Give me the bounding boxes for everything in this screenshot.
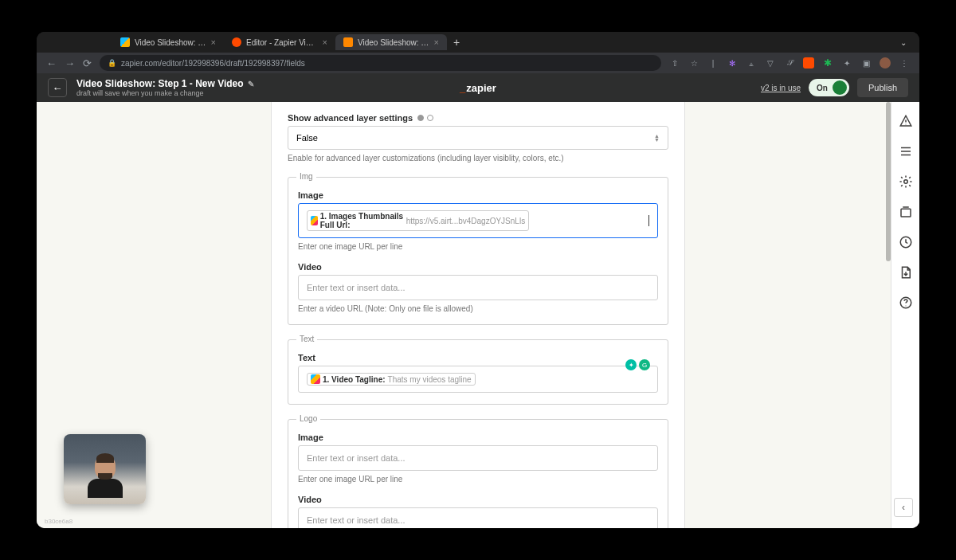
publish-button[interactable]: Publish — [857, 78, 908, 97]
alerts-icon[interactable] — [898, 113, 914, 129]
zapier-logo: zapier — [460, 82, 496, 94]
pill-value: Thats my videos tagline — [388, 375, 472, 384]
new-tab-button[interactable]: + — [447, 36, 466, 49]
text-caret — [648, 215, 649, 226]
app-content: ← Video Slideshow: Step 1 - New Video ✎ … — [37, 73, 919, 528]
build-hash: b30ce6a8 — [45, 518, 72, 525]
image-input[interactable]: 1. Images Thumbnails Full Url: https://v… — [298, 203, 658, 238]
profile-avatar[interactable] — [880, 57, 891, 69]
forward-button[interactable]: → — [65, 57, 75, 69]
pill-value: https://v5.airt...bv4DagzOYJSnLls — [406, 217, 526, 225]
zapier-favicon-icon — [232, 37, 241, 47]
text-fieldset: Text Text 1. Video Tagline: Thats my vid… — [288, 339, 668, 405]
logo-video-field: Video Enter text or insert data... Enter… — [298, 495, 658, 528]
extensions-menu-icon[interactable]: ✦ — [841, 57, 852, 69]
video-help-text: Enter a video URL (Note: Only one file i… — [298, 304, 658, 313]
menu-icon[interactable]: ⋮ — [899, 57, 910, 69]
zap-toggle[interactable]: On — [809, 79, 849, 96]
help-icon[interactable] — [898, 295, 914, 311]
placeholder: Enter text or insert data... — [307, 515, 406, 525]
data-pill[interactable]: 1. Images Thumbnails Full Url: https://v… — [307, 210, 529, 231]
placeholder: Enter text or insert data... — [307, 283, 406, 292]
logo-video-input[interactable]: Enter text or insert data... — [298, 507, 658, 528]
pip-video[interactable] — [64, 434, 146, 504]
right-sidebar — [891, 102, 919, 528]
img-fieldset: Img Image 1. Images Thumbnails Full Url:… — [288, 177, 668, 325]
outline-icon[interactable] — [898, 143, 914, 159]
panel-icon[interactable]: ▣ — [860, 57, 872, 69]
logo-image-field: Image Enter text or insert data... Enter… — [298, 433, 658, 484]
extension-icon[interactable]: ✱ — [822, 57, 833, 69]
logo-video-label: Video — [298, 495, 658, 504]
tab-bar: Video Slideshow: Table 1 - Ai... × Edito… — [37, 32, 919, 53]
collapse-sidebar-button[interactable]: ‹ — [894, 498, 913, 517]
person-silhouette — [88, 455, 123, 498]
suggestion-badge-icon[interactable]: ✦ — [625, 359, 637, 370]
form-panel: Show advanced layer settings False ▲▼ En… — [271, 102, 685, 528]
zap-title[interactable]: Video Slideshow: Step 1 - New Video ✎ — [76, 78, 254, 89]
url-input[interactable]: 🔒 zapier.com/editor/192998396/draft/1929… — [100, 55, 661, 71]
toggle-switch-icon — [833, 80, 847, 95]
grammarly-badge-icon[interactable]: G — [639, 359, 650, 370]
back-button[interactable]: ← — [46, 57, 57, 69]
main-area: Show advanced layer settings False ▲▼ En… — [37, 102, 919, 528]
history-icon[interactable] — [898, 234, 914, 250]
export-icon[interactable] — [898, 264, 914, 280]
extension-icon[interactable] — [803, 57, 814, 69]
image-label: Image — [298, 190, 658, 200]
tab-overflow-icon[interactable]: ⌄ — [895, 38, 911, 47]
share-icon[interactable]: ⇧ — [669, 57, 680, 69]
logo-fieldset: Logo Image Enter text or insert data... … — [288, 419, 668, 528]
video-input[interactable]: Enter text or insert data... — [298, 275, 658, 300]
airtable-icon — [311, 374, 320, 384]
text-field: Text 1. Video Tagline: Thats my videos t… — [298, 353, 658, 393]
browser-tab-step[interactable]: Video Slideshow: Step 1 - Ne... × — [335, 34, 447, 50]
text-input[interactable]: 1. Video Tagline: Thats my videos taglin… — [298, 366, 658, 393]
reload-button[interactable]: ⟳ — [83, 57, 92, 69]
svg-rect-1 — [901, 209, 911, 217]
tab-title: Video Slideshow: Table 1 - Ai... — [135, 38, 206, 47]
browser-tab-airtable[interactable]: Video Slideshow: Table 1 - Ai... × — [112, 34, 224, 50]
extension-icon[interactable]: ▽ — [765, 57, 776, 69]
video-field: Video Enter text or insert data... Enter… — [298, 262, 658, 313]
airtable-favicon-icon — [120, 37, 130, 47]
toggle-label: On — [817, 84, 828, 92]
video-label: Video — [298, 262, 658, 272]
zap-subtitle: draft will save when you make a change — [76, 89, 254, 97]
tab-title: Editor - Zapier Video Slidesh... — [246, 38, 318, 47]
data-pill[interactable]: 1. Video Tagline: Thats my videos taglin… — [307, 373, 476, 386]
logo-image-label: Image — [298, 433, 658, 442]
back-to-zaps-button[interactable]: ← — [48, 78, 67, 97]
advanced-settings-select[interactable]: False ▲▼ — [288, 126, 668, 150]
image-field: Image 1. Images Thumbnails Full Url: htt… — [298, 190, 658, 251]
text-legend: Text — [296, 335, 317, 343]
radio-empty-icon — [427, 115, 433, 121]
text-label: Text — [298, 353, 658, 362]
close-tab-icon[interactable]: × — [323, 37, 327, 47]
extension-icon[interactable]: 𝒮 — [784, 57, 795, 69]
image-help-text: Enter one image URL per line — [298, 242, 658, 251]
svg-point-0 — [903, 180, 907, 184]
advanced-settings-field: Show advanced layer settings False ▲▼ En… — [288, 113, 668, 163]
browser-tab-editor[interactable]: Editor - Zapier Video Slidesh... × — [224, 34, 335, 50]
extension-icon[interactable]: ✻ — [727, 57, 738, 69]
placeholder: Enter text or insert data... — [307, 453, 406, 463]
edit-title-icon[interactable]: ✎ — [248, 80, 254, 88]
input-badges: ✦ G — [625, 359, 650, 370]
page-favicon-icon — [343, 37, 353, 47]
pill-label: 1. Images Thumbnails Full Url: — [320, 212, 404, 229]
divider-icon: | — [707, 57, 719, 69]
star-icon[interactable]: ☆ — [688, 57, 699, 69]
advanced-help-text: Enable for advanced layer customizations… — [288, 154, 668, 163]
logo-image-input[interactable]: Enter text or insert data... — [298, 445, 658, 471]
settings-icon[interactable] — [898, 174, 914, 190]
radio-group[interactable] — [417, 115, 433, 121]
chevron-updown-icon: ▲▼ — [654, 134, 660, 142]
close-tab-icon[interactable]: × — [211, 37, 216, 47]
versions-icon[interactable] — [898, 204, 914, 220]
extension-icon[interactable]: ⟁ — [746, 57, 757, 69]
browser-window: Video Slideshow: Table 1 - Ai... × Edito… — [37, 32, 919, 528]
close-tab-icon[interactable]: × — [434, 37, 439, 47]
radio-filled-icon — [417, 115, 424, 121]
img-legend: Img — [296, 172, 316, 181]
